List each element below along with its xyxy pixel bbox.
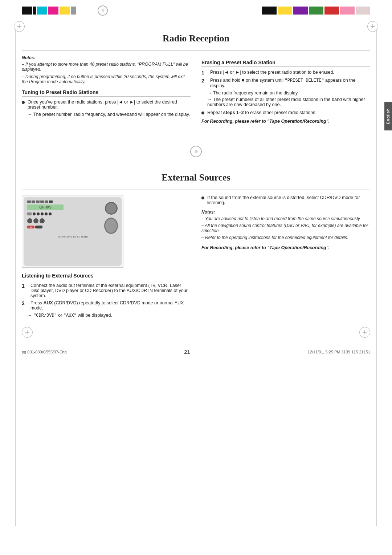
footer-left: pg 001-030/C555/37-Eng	[22, 350, 67, 354]
bullet-dot	[22, 101, 25, 104]
ext-note1: – You are advised not to listen to and r…	[201, 216, 370, 221]
device-panel: CDR·DVD	[24, 197, 122, 266]
notes-block-external: Notes: – You are advised not to listen t…	[201, 210, 370, 240]
tuning-heading: Tuning to Preset Radio Stations	[22, 89, 191, 97]
external-right-column: If the sound from the external source is…	[201, 195, 370, 250]
reg-mark-bl	[22, 327, 33, 338]
ext-step1-text: Connect the audio out terminals of the e…	[30, 283, 191, 298]
device-display: CDR·DVD	[27, 204, 64, 210]
erase-arrow2: The preset numbers of all other preset r…	[207, 97, 370, 107]
ext-note3: – Refer to the operating instructions fo…	[201, 235, 370, 240]
tuning-bullet1: Once you've preset the radio stations, p…	[22, 100, 191, 110]
ext-step1: 1 Connect the audio out terminals of the…	[22, 283, 191, 298]
color-bar-r-red	[324, 7, 339, 15]
color-bar-r-pink	[340, 7, 355, 15]
color-bar-yellow	[60, 7, 70, 15]
color-bar-r-black	[262, 7, 277, 15]
ext-step1-num: 1	[22, 283, 28, 289]
footer-right: 12/11/01, 5:25 PM 3139 115 21151	[308, 350, 370, 354]
ext-step2-num: 2	[22, 300, 28, 306]
bullet-dot3	[201, 197, 204, 199]
external-sources-title: External Sources	[22, 172, 370, 183]
color-bar-r-ltgray	[356, 7, 370, 15]
color-bar-magenta	[48, 7, 58, 15]
color-bars-top: ⊕	[0, 7, 392, 15]
erase-step1-text: Press |◄ or ►| to select the preset radi…	[210, 70, 334, 75]
ext-arrow-display: "CDR/DVD" or "AUX" will be displayed.	[28, 313, 191, 318]
ext-step2: 2 Press AUX (CDR/DVD) repeatedly to sele…	[22, 300, 191, 311]
note2: – During programming, if no button is pr…	[22, 74, 191, 84]
tuning-arrow1: The preset number, radio frequency, and …	[28, 112, 191, 117]
radio-right-column: Erasing a Preset Radio Station 1 Press |…	[201, 55, 370, 124]
color-bar-r-yellow	[278, 7, 292, 15]
tuning-bullet1-text: Once you've preset the radio stations, p…	[28, 100, 191, 110]
erase-step1-num: 1	[201, 70, 207, 76]
recording-note-external: For Recording, please refer to "Tape Ope…	[201, 245, 370, 250]
ext-distorted-text: If the sound from the external source is…	[207, 195, 370, 205]
radio-left-column: Notes: – If you attempt to store more th…	[22, 55, 191, 124]
external-left-column: CDR·DVD	[22, 195, 191, 320]
erase-step2-num: 2	[201, 78, 207, 84]
color-bar-cyan	[37, 7, 47, 15]
color-bar-r-green	[309, 7, 323, 15]
erase-step1: 1 Press |◄ or ►| to select the preset ra…	[201, 70, 370, 76]
device-image: CDR·DVD	[22, 195, 123, 268]
ext-step2-text: Press AUX (CDR/DVD) repeatedly to select…	[30, 300, 191, 311]
color-bar-black2	[33, 7, 36, 15]
erase-step2: 2 Press and hold ■ on the system until "…	[201, 78, 370, 88]
page-footer: pg 001-030/C555/37-Eng 21 12/11/01, 5:25…	[0, 345, 392, 358]
listening-heading: Listening to External Sources	[22, 273, 191, 280]
color-bar-r-purple	[293, 7, 308, 15]
erase-step2-text: Press and hold ■ on the system until "PR…	[210, 78, 370, 88]
erase-repeat-bullet: Repeat steps 1–2 to erase other preset r…	[201, 110, 370, 115]
erasing-heading: Erasing a Preset Radio Station	[201, 60, 370, 67]
recording-note-radio: For Recording, please refer to "Tape Ope…	[201, 119, 370, 124]
note1: – If you attempt to store more than 40 p…	[22, 62, 191, 72]
notes-block-radio: Notes: – If you attempt to store more th…	[22, 55, 191, 84]
circle-mark-middle: ⊕	[190, 146, 202, 157]
circle-mark-top: ⊕	[98, 5, 108, 16]
reg-mark-br	[359, 327, 370, 338]
footer-center: 21	[184, 349, 190, 355]
ext-notes-label: Notes:	[201, 210, 370, 215]
radio-reception-title: Radio Reception	[22, 33, 370, 44]
notes-label: Notes:	[22, 55, 191, 60]
color-bar-black	[22, 7, 32, 15]
erase-repeat-text: Repeat steps 1–2 to erase other preset r…	[207, 110, 317, 115]
bullet-dot2	[201, 112, 204, 114]
color-bar-gray	[71, 7, 76, 15]
erase-arrow1: The radio frequency remain on the displa…	[207, 90, 370, 96]
ext-note2: – All the navigation sound control featu…	[201, 223, 370, 233]
ext-distorted-bullet: If the sound from the external source is…	[201, 195, 370, 205]
